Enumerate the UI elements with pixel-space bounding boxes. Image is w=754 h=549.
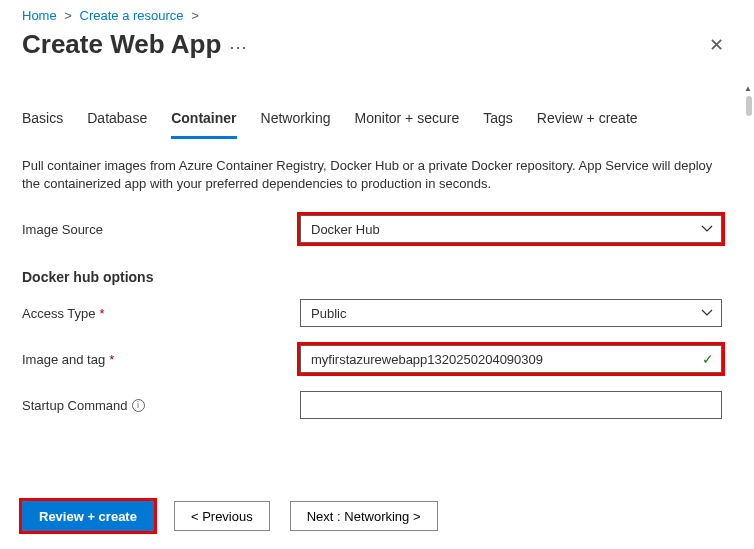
- label-startup-command: Startup Command i: [22, 398, 300, 413]
- check-icon: ✓: [702, 351, 714, 367]
- label-access-type: Access Type *: [22, 306, 300, 321]
- breadcrumb-home[interactable]: Home: [22, 8, 57, 23]
- tab-networking[interactable]: Networking: [261, 106, 331, 139]
- row-access-type: Access Type * Public: [22, 299, 732, 327]
- startup-command-input[interactable]: [300, 391, 722, 419]
- access-type-value: Public: [311, 306, 346, 321]
- tab-basics[interactable]: Basics: [22, 106, 63, 139]
- wizard-footer: Review + create < Previous Next : Networ…: [0, 485, 754, 549]
- required-indicator: *: [109, 352, 114, 367]
- row-startup-command: Startup Command i: [22, 391, 732, 419]
- startup-command-wrapper: [300, 391, 722, 419]
- image-and-tag-wrapper: ✓: [300, 345, 722, 373]
- row-image-and-tag: Image and tag * ✓: [22, 345, 732, 373]
- previous-button[interactable]: < Previous: [174, 501, 270, 531]
- breadcrumb-sep-icon: >: [191, 8, 199, 23]
- next-button[interactable]: Next : Networking >: [290, 501, 438, 531]
- info-icon[interactable]: i: [132, 399, 145, 412]
- review-create-button[interactable]: Review + create: [22, 501, 154, 531]
- label-access-type-text: Access Type: [22, 306, 95, 321]
- row-image-source: Image Source Docker Hub: [22, 215, 732, 243]
- header: Create Web App ⋯ ✕: [0, 25, 754, 60]
- chevron-down-icon: [701, 223, 713, 238]
- tab-tags[interactable]: Tags: [483, 106, 513, 139]
- section-docker-hub-options: Docker hub options: [22, 269, 732, 285]
- label-startup-command-text: Startup Command: [22, 398, 128, 413]
- content-area: Basics Database Container Networking Mon…: [0, 92, 754, 474]
- image-and-tag-input[interactable]: [300, 345, 722, 373]
- breadcrumb-sep-icon: >: [64, 8, 72, 23]
- more-icon[interactable]: ⋯: [229, 36, 247, 58]
- required-indicator: *: [99, 306, 104, 321]
- tab-description: Pull container images from Azure Contain…: [22, 157, 722, 193]
- tabs: Basics Database Container Networking Mon…: [22, 106, 732, 139]
- image-source-value: Docker Hub: [311, 222, 380, 237]
- close-button[interactable]: ✕: [701, 30, 732, 60]
- close-icon: ✕: [709, 35, 724, 55]
- breadcrumb-create-resource[interactable]: Create a resource: [80, 8, 184, 23]
- breadcrumb: Home > Create a resource >: [0, 0, 754, 25]
- label-image-and-tag-text: Image and tag: [22, 352, 105, 367]
- page-title: Create Web App: [22, 29, 221, 60]
- access-type-select[interactable]: Public: [300, 299, 722, 327]
- label-image-source: Image Source: [22, 222, 300, 237]
- tab-container[interactable]: Container: [171, 106, 236, 139]
- label-image-and-tag: Image and tag *: [22, 352, 300, 367]
- tab-review-create[interactable]: Review + create: [537, 106, 638, 139]
- tab-database[interactable]: Database: [87, 106, 147, 139]
- image-source-select[interactable]: Docker Hub: [300, 215, 722, 243]
- tab-monitor-secure[interactable]: Monitor + secure: [355, 106, 460, 139]
- chevron-down-icon: [701, 307, 713, 322]
